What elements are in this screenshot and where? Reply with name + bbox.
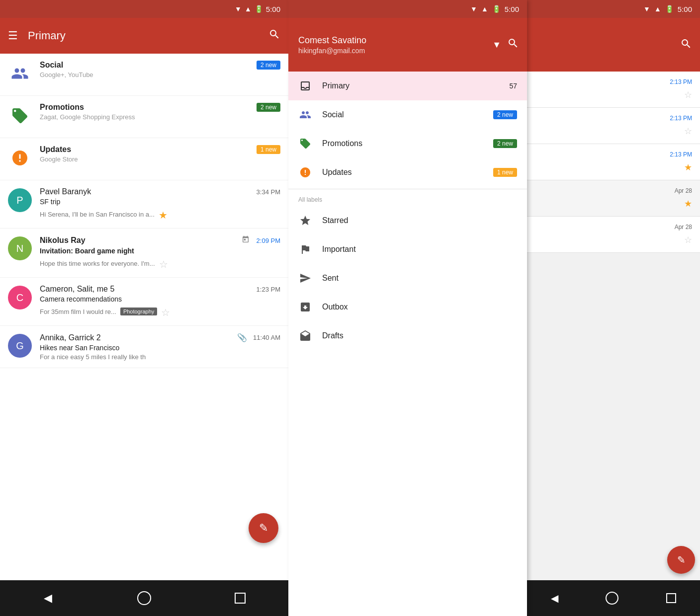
avatar: P (8, 188, 32, 212)
drawer-search-button[interactable] (507, 37, 519, 52)
home-circle-icon (137, 591, 151, 605)
section-label: All labels (288, 191, 527, 206)
pencil-icon: ✎ (259, 522, 268, 535)
email-preview: Hope this time works for everyone. I'm..… (40, 256, 280, 270)
status-badge: 2 new (493, 139, 517, 148)
email-sender: Annika, Garrick 2 (40, 333, 101, 342)
email-peek-panel: ▼ ▲ 🔋 5:00 2:13 PM ☆ (527, 0, 700, 616)
back-button[interactable]: ◀ (36, 586, 61, 611)
star-icon[interactable]: ☆ (684, 126, 692, 137)
signal-icon: ▲ (245, 5, 252, 13)
drawer-item-label: Updates (322, 168, 483, 177)
drawer-item-label: Starred (322, 216, 517, 225)
drawer-user-section: Comest Savatino hikingfan@gmail.com ▼ (288, 18, 527, 72)
pencil-icon: ✎ (677, 554, 686, 566)
drawer-item-outbox[interactable]: Outbox (288, 293, 527, 321)
list-item[interactable]: G Annika, Garrick 2 📎 11:40 AM Hikes nea… (0, 326, 288, 368)
search-button[interactable] (268, 28, 280, 43)
peek-search-button[interactable] (680, 38, 692, 52)
list-item[interactable]: Social 2 new Google+, YouTube (0, 54, 288, 96)
status-badge: 2 new (493, 110, 517, 119)
paperclip-icon: 📎 (237, 333, 247, 342)
sent-icon (298, 272, 312, 284)
email-sender: Nikolus Ray (40, 236, 86, 245)
email-list: Social 2 new Google+, YouTube Promotions… (0, 54, 288, 580)
star-icon[interactable]: ★ (684, 162, 692, 173)
list-item[interactable]: P Pavel Baranyk 3:34 PM SF trip Hi Seren… (0, 180, 288, 229)
list-item[interactable]: N Nikolus Ray 2:09 PM Invitation: Board … (0, 229, 288, 278)
email-preview: Google+, YouTube (40, 71, 280, 78)
star-icon[interactable]: ☆ (684, 89, 692, 100)
email-sender: Updates (40, 145, 71, 154)
social-avatar-icon (8, 62, 32, 85)
drawer-item-primary[interactable]: Primary 57 (288, 72, 527, 100)
peek-back-button[interactable]: ◀ (551, 592, 558, 604)
avatar: N (8, 236, 32, 260)
email-content: Pavel Baranyk 3:34 PM SF trip Hi Serena,… (40, 187, 280, 221)
bottom-navigation: ◀ (0, 580, 288, 616)
peek-home-button[interactable] (606, 592, 618, 605)
email-sender: Social (40, 61, 63, 70)
drawer-item-starred[interactable]: Starred (288, 206, 527, 235)
drawer-item-updates[interactable]: Updates 1 new (288, 158, 527, 187)
list-item[interactable]: C Cameron, Salit, me 5 1:23 PM Camera re… (0, 278, 288, 326)
signal-icon-peek: ▲ (654, 5, 661, 13)
promotions-avatar-icon (8, 104, 32, 128)
drawer-item-label: Sent (322, 274, 517, 283)
drawer-item-important[interactable]: Important (288, 235, 527, 264)
drawer-item-sent[interactable]: Sent (288, 264, 527, 293)
user-email: hikingfan@gmail.com (298, 47, 486, 55)
drawer-item-label: Social (322, 110, 483, 119)
left-top-bar: ☰ Primary (0, 18, 288, 54)
hamburger-button[interactable]: ☰ (8, 29, 18, 42)
star-icon[interactable]: ☆ (684, 234, 692, 245)
star-icon[interactable]: ★ (684, 198, 692, 209)
social-icon (298, 109, 312, 121)
recents-square-icon (235, 593, 246, 604)
email-subject: SF trip (40, 198, 280, 206)
email-time: 2:09 PM (257, 237, 280, 244)
status-badge: 2 new (257, 61, 280, 70)
drawer-item-social[interactable]: Social 2 new (288, 100, 527, 129)
compose-fab-button[interactable]: ✎ (249, 513, 278, 543)
drawer-item-drafts[interactable]: Drafts (288, 321, 527, 350)
email-subject: Camera recommendations (40, 295, 280, 303)
drawer-status-bar: ▼ ▲ 🔋 5:00 (288, 0, 527, 18)
home-button[interactable] (132, 586, 157, 611)
email-content: Updates 1 new Google Store (40, 145, 280, 164)
drawer-status-time: 5:00 (505, 5, 519, 13)
email-content: Social 2 new Google+, YouTube (40, 61, 280, 79)
status-icons: ▼ ▲ 🔋 5:00 (235, 5, 280, 13)
chevron-down-icon[interactable]: ▼ (492, 40, 501, 50)
email-subject: Invitation: Board game night (40, 247, 280, 255)
peek-email-time: Apr 28 (675, 224, 692, 231)
divider (288, 189, 527, 189)
navigation-drawer: ▼ ▲ 🔋 5:00 Comest Savatino hikingfan@gma… (288, 0, 527, 616)
peek-compose-fab[interactable]: ✎ (667, 546, 695, 574)
list-item[interactable]: 2:13 PM ☆ (527, 72, 700, 108)
list-item[interactable]: Apr 28 ★ (527, 180, 700, 217)
star-icon[interactable]: ★ (159, 209, 168, 221)
peek-email-time: 2:13 PM (670, 115, 692, 122)
important-icon (298, 243, 312, 255)
calendar-icon (242, 235, 250, 245)
list-item[interactable]: Promotions 2 new Zagat, Google Shopping … (0, 96, 288, 138)
page-title: Primary (28, 29, 259, 42)
list-item[interactable]: Updates 1 new Google Store (0, 138, 288, 180)
star-icon[interactable]: ☆ (161, 307, 170, 318)
drawer-item-promotions[interactable]: Promotions 2 new (288, 129, 527, 158)
list-item[interactable]: 2:13 PM ★ (527, 144, 700, 180)
email-time: 11:40 AM (253, 334, 280, 341)
list-item[interactable]: 2:13 PM ☆ (527, 108, 700, 144)
email-preview: Hi Serena, I'll be in San Francisco in a… (40, 207, 280, 221)
signal-icon: ▲ (481, 5, 488, 13)
peek-recents-button[interactable] (666, 593, 676, 603)
peek-email-time: Apr 28 (675, 187, 692, 194)
star-icon[interactable]: ☆ (159, 258, 168, 270)
email-time: 1:23 PM (257, 286, 280, 293)
email-time: 3:34 PM (257, 188, 280, 196)
inbox-icon (298, 80, 312, 92)
email-content: Promotions 2 new Zagat, Google Shopping … (40, 103, 280, 122)
list-item[interactable]: Apr 28 ☆ (527, 217, 700, 253)
recents-button[interactable] (228, 586, 253, 611)
